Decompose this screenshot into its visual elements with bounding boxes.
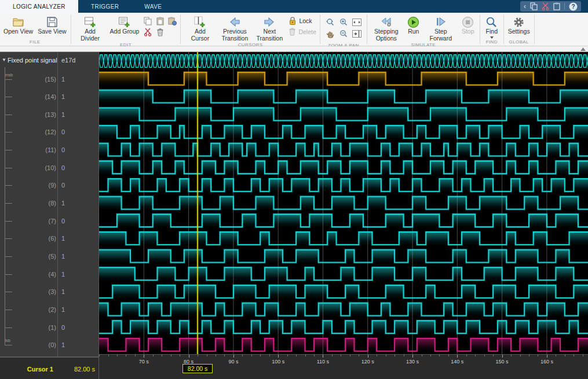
cursor-line[interactable] [197, 52, 198, 354]
bit-value: 1 [61, 341, 65, 348]
axis-major-tick [457, 355, 458, 358]
add-cursor-button[interactable]: Add Cursor [182, 14, 217, 42]
signal-bit-row[interactable]: (13)1 [0, 106, 98, 123]
divider [480, 14, 480, 44]
add-cursor-icon [193, 16, 206, 28]
axis-minor-tick [395, 355, 395, 356]
copy-icon[interactable] [530, 2, 538, 10]
cut-icon[interactable] [542, 2, 549, 10]
axis-minor-tick [269, 355, 270, 356]
paste-clipboard-icon[interactable] [167, 17, 177, 25]
fit-to-view-icon[interactable] [351, 17, 363, 27]
divider [180, 14, 181, 44]
axis-minor-tick [511, 355, 512, 356]
bit-name: (7) [23, 218, 56, 225]
bit-value: 1 [61, 306, 65, 313]
axis-minor-tick [404, 355, 404, 356]
bit-name: (15) [23, 76, 56, 83]
cursor-name-label[interactable]: Cursor 1 [27, 366, 53, 373]
collapse-toolstrip-icon[interactable] [580, 47, 586, 51]
paste-icon[interactable] [553, 2, 560, 10]
signal-group-row[interactable]: ▼ Fixed point signal e17d [0, 52, 98, 70]
zoom-to-cursor-icon[interactable] [351, 29, 363, 39]
signal-bit-row[interactable]: (5)1 [0, 248, 98, 265]
signal-bit-row[interactable]: (9)0 [0, 176, 98, 194]
divider [71, 14, 71, 44]
axis-major-tick [189, 355, 189, 358]
open-view-button[interactable]: Open View [1, 14, 35, 35]
tab-logic-analyzer[interactable]: LOGIC ANALYZER [0, 0, 78, 13]
quick-access-toolbar: ‹ ? [520, 1, 581, 12]
axis-minor-tick [207, 355, 207, 356]
axis-minor-tick [296, 355, 297, 356]
chevron-left-icon[interactable]: ‹ [524, 1, 526, 12]
button-label: Stepping Options [371, 28, 401, 42]
divider [564, 3, 565, 10]
waveform-canvas[interactable] [99, 52, 588, 354]
signal-bit-row[interactable]: (2)1 [0, 301, 98, 318]
signal-group-value: e17d [61, 57, 75, 64]
stepping-options-button[interactable]: Stepping Options [369, 14, 404, 42]
signal-bit-row[interactable]: (11)0 [0, 141, 98, 159]
divider [98, 52, 99, 379]
signal-bit-row[interactable]: (6)1 [0, 230, 98, 247]
signal-bit-row[interactable]: (8)1 [0, 194, 98, 212]
button-label: Previous Transition [220, 28, 250, 42]
copy-icon[interactable] [143, 17, 152, 25]
tab-trigger[interactable]: TRIGGER [78, 0, 132, 13]
axis-minor-tick [520, 355, 521, 356]
zoom-in-x-icon[interactable] [324, 17, 336, 27]
save-view-button[interactable]: Save View [35, 14, 68, 35]
previous-transition-button[interactable]: Previous Transition [217, 14, 252, 42]
settings-button[interactable]: Settings [506, 14, 532, 35]
divider [367, 14, 367, 44]
chevron-down-icon [490, 36, 494, 39]
axis-tick-label: 120 s [361, 359, 374, 365]
signal-bit-row[interactable]: (3)1 [0, 283, 98, 300]
bit-value: 1 [61, 235, 65, 242]
add-group-button[interactable]: Add Group [108, 14, 142, 35]
bit-name: (13) [23, 111, 56, 118]
collapse-group-icon[interactable]: ▼ [2, 57, 6, 62]
signal-bit-row[interactable]: (10)0 [0, 159, 98, 176]
toolbar-section-find: Find FIND [481, 13, 503, 46]
button-label: Add Divider [75, 28, 105, 42]
delete-cursor-button[interactable]: Delete [288, 27, 316, 36]
axis-tick-label: 130 s [406, 359, 419, 365]
signal-bit-row[interactable]: (14)1 [0, 88, 98, 105]
next-transition-button[interactable]: Next Transition [252, 14, 287, 42]
axis-tick-label: 150 s [496, 359, 509, 365]
signal-bit-row[interactable]: msb(15)1 [0, 71, 98, 88]
paste-icon[interactable] [155, 17, 165, 25]
step-forward-icon [434, 16, 447, 28]
button-label: Save View [38, 28, 66, 35]
pan-icon[interactable] [324, 29, 336, 39]
signal-bit-row[interactable]: (4)1 [0, 266, 98, 283]
help-icon[interactable]: ? [569, 2, 578, 11]
axis-minor-tick [216, 355, 216, 356]
toolbar-section-global: Settings GLOBAL [505, 13, 534, 46]
signal-bit-row[interactable]: lsb(0)1 [0, 336, 98, 354]
axis-tick-label: 70 s [139, 359, 149, 365]
status-bar [99, 366, 588, 379]
signal-bit-row[interactable]: (7)0 [0, 212, 98, 230]
signal-bit-row[interactable]: (1)0 [0, 319, 98, 336]
cut-icon[interactable] [143, 28, 152, 36]
add-divider-button[interactable]: Add Divider [73, 14, 108, 42]
bit-value: 1 [61, 200, 65, 207]
axis-minor-tick [135, 355, 136, 356]
run-button[interactable]: Run [404, 14, 423, 35]
toolbar-section-zoom-pan: ZOOM & PAN [321, 13, 366, 46]
zoom-in-icon[interactable] [338, 17, 349, 27]
time-axis: 70 s80 s90 s100 s110 s120 s130 s140 s150… [99, 354, 588, 366]
signal-group-name: Fixed point signal [8, 57, 57, 64]
cursor-flag[interactable]: 82.00 s [182, 364, 213, 373]
zoom-out-icon[interactable] [338, 29, 349, 39]
step-forward-button[interactable]: Step Forward [423, 14, 458, 42]
stop-button[interactable]: Stop [458, 14, 478, 35]
tab-wave[interactable]: WAVE [132, 0, 174, 13]
delete-icon[interactable] [155, 28, 165, 36]
find-button[interactable]: Find [482, 14, 502, 39]
signal-bit-row[interactable]: (12)0 [0, 123, 98, 141]
lock-cursor-button[interactable]: Lock [288, 16, 316, 25]
